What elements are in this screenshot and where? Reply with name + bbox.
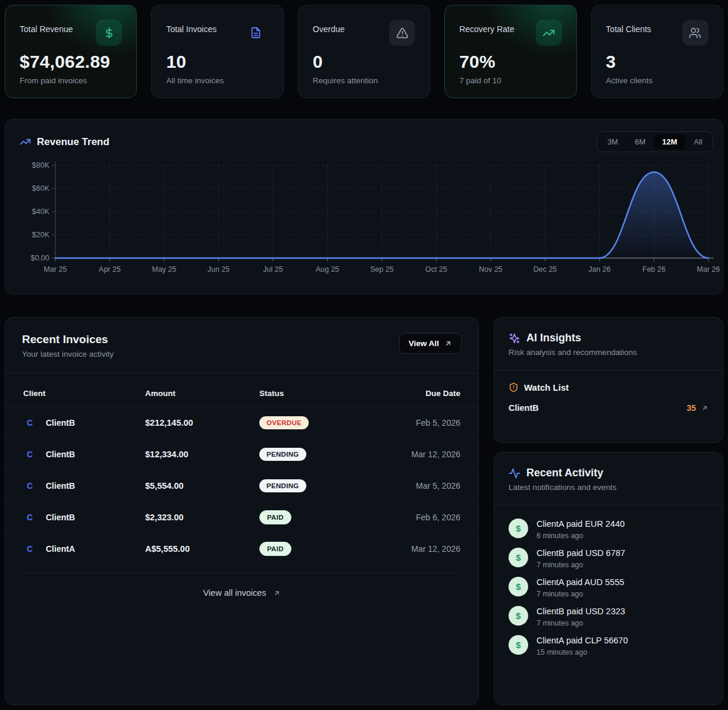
- activity-text: ClientA paid CLP 56670: [536, 635, 628, 645]
- activity-time: 7 minutes ago: [536, 590, 625, 598]
- activity-time: 7 minutes ago: [536, 561, 625, 569]
- view-all-invoices-link[interactable]: View all invoices: [203, 588, 280, 598]
- stat-label: Total Clients: [606, 20, 651, 34]
- payment-dollar-icon: $: [509, 635, 528, 655]
- avatar: C: [23, 542, 36, 555]
- due-date: Feb 6, 2026: [377, 513, 460, 522]
- stat-label: Recovery Rate: [459, 20, 514, 34]
- revenue-trend-header: Revenue Trend 3M6M12MAll: [5, 120, 723, 152]
- stat-sublabel: Requires attention: [313, 76, 415, 85]
- table-row[interactable]: CClientB$2,323.00PAIDFeb 6, 2026: [5, 501, 478, 533]
- status-badge: OVERDUE: [259, 416, 309, 429]
- recent-invoices-panel: Recent Invoices Your latest invoice acti…: [5, 317, 479, 705]
- client-name: ClientB: [46, 450, 75, 459]
- stat-card-total-revenue: Total Revenue$74,062.89From paid invoice…: [5, 5, 137, 98]
- due-date: Feb 5, 2026: [377, 418, 460, 428]
- range-chip-all[interactable]: All: [686, 134, 710, 149]
- svg-text:$20K: $20K: [32, 231, 50, 239]
- payment-dollar-icon: $: [509, 519, 528, 538]
- shield-alert-icon: [509, 382, 519, 392]
- svg-text:$40K: $40K: [32, 208, 50, 216]
- range-chip-3m[interactable]: 3M: [600, 134, 626, 149]
- stat-value: 70%: [459, 52, 561, 72]
- arrow-up-right-icon: [444, 340, 452, 347]
- activity-time: 7 minutes ago: [536, 619, 625, 627]
- activity-list: $ClientA paid EUR 24406 minutes ago$Clie…: [494, 505, 723, 656]
- svg-text:$60K: $60K: [32, 184, 50, 193]
- client-name: ClientA: [46, 544, 75, 554]
- range-chip-12m[interactable]: 12M: [654, 134, 685, 149]
- watch-list-items: ClientB35: [509, 403, 708, 413]
- avatar: C: [23, 448, 36, 461]
- svg-text:Oct 25: Oct 25: [425, 265, 447, 274]
- svg-text:Jun 25: Jun 25: [208, 265, 230, 274]
- stat-card-overdue: Overdue0Requires attention: [298, 5, 430, 98]
- range-chip-6m[interactable]: 6M: [627, 134, 653, 149]
- invoice-table-body: CClientB$212,145.00OVERDUEFeb 5, 2026CCl…: [5, 407, 478, 564]
- table-row[interactable]: CClientB$212,145.00OVERDUEFeb 5, 2026: [5, 407, 478, 438]
- avatar: C: [23, 416, 36, 429]
- recent-activity-subtitle: Latest notifications and events: [509, 483, 708, 492]
- table-row[interactable]: CClientB$5,554.00PENDINGMar 5, 2026: [5, 470, 478, 501]
- svg-text:Feb 26: Feb 26: [642, 265, 666, 274]
- svg-text:Dec 25: Dec 25: [534, 265, 557, 274]
- watch-list-title: Watch List: [524, 382, 569, 392]
- activity-text: ClientA paid AUD 5555: [536, 577, 625, 587]
- activity-item: $ClientB paid USD 23237 minutes ago: [509, 606, 708, 627]
- invoice-amount: $212,145.00: [145, 418, 259, 428]
- view-all-button[interactable]: View All: [399, 333, 462, 354]
- revenue-trend-title: Revenue Trend: [20, 136, 109, 148]
- svg-text:Nov 25: Nov 25: [479, 265, 503, 274]
- activity-text: ClientB paid USD 6787: [536, 548, 625, 558]
- recent-invoices-subtitle: Your latest invoice activity: [22, 350, 114, 359]
- invoice-footer: View all invoices: [22, 573, 462, 598]
- activity-time: 6 minutes ago: [536, 532, 625, 540]
- stat-card-total-invoices: Total Invoices10All time invoices: [151, 5, 283, 98]
- arrow-up-right-icon: [701, 404, 708, 411]
- recent-invoices-title: Recent Invoices: [22, 333, 114, 346]
- revenue-chart: $80K$60K$40K$20K$0.00Mar 25Apr 25May 25J…: [5, 158, 723, 282]
- view-all-invoices-label: View all invoices: [203, 588, 266, 598]
- invoice-amount: $12,334.00: [145, 450, 259, 459]
- table-row[interactable]: CClientAA$5,555.00PAIDMar 12, 2026: [5, 533, 478, 564]
- stat-value: 10: [166, 52, 268, 72]
- invoice-amount: $5,554.00: [145, 481, 259, 491]
- activity-item: $ClientB paid USD 67877 minutes ago: [509, 548, 708, 569]
- stat-sublabel: Active clients: [606, 76, 708, 85]
- client-name: ClientB: [46, 481, 75, 491]
- recent-activity-header: Recent Activity Latest notifications and…: [494, 453, 723, 505]
- stat-card-recovery-rate: Recovery Rate70%7 paid of 10: [444, 5, 576, 98]
- status-badge: PENDING: [259, 479, 306, 492]
- stat-label: Overdue: [313, 20, 345, 34]
- sparkles-icon: [509, 332, 520, 344]
- watch-list-section: Watch List ClientB35: [494, 370, 723, 425]
- activity-time: 15 minutes ago: [536, 648, 628, 656]
- watch-client-name: ClientB: [509, 403, 539, 413]
- invoice-table-header: ClientAmountStatusDue Date: [5, 373, 478, 407]
- recent-activity-title: Recent Activity: [526, 467, 603, 479]
- column-header-status: Status: [259, 389, 377, 398]
- watch-list-item[interactable]: ClientB35: [509, 403, 708, 413]
- time-range-selector: 3M6M12MAll: [597, 131, 713, 152]
- svg-text:Apr 25: Apr 25: [99, 265, 121, 274]
- ai-insights-header: AI Insights Risk analysis and recommenda…: [494, 318, 723, 370]
- activity-text: ClientA paid EUR 2440: [536, 519, 625, 529]
- trend-icon: [536, 20, 562, 46]
- payment-dollar-icon: $: [509, 548, 528, 567]
- status-badge: PAID: [259, 542, 291, 556]
- file-icon: [243, 20, 269, 46]
- stats-row: Total Revenue$74,062.89From paid invoice…: [5, 5, 723, 98]
- table-row[interactable]: CClientB$12,334.00PENDINGMar 12, 2026: [5, 438, 478, 470]
- stat-value: 0: [313, 52, 415, 72]
- client-name: ClientB: [46, 418, 75, 428]
- stat-label: Total Invoices: [166, 20, 216, 34]
- svg-text:May 25: May 25: [152, 265, 177, 274]
- svg-text:Aug 25: Aug 25: [316, 265, 340, 274]
- status-badge: PAID: [259, 510, 291, 524]
- stat-sublabel: All time invoices: [166, 76, 268, 85]
- stat-card-total-clients: Total Clients3Active clients: [591, 5, 723, 98]
- svg-text:Mar 26: Mar 26: [697, 265, 720, 274]
- avatar: C: [23, 511, 36, 524]
- recent-activity-panel: Recent Activity Latest notifications and…: [494, 452, 723, 705]
- warning-icon: [389, 20, 415, 46]
